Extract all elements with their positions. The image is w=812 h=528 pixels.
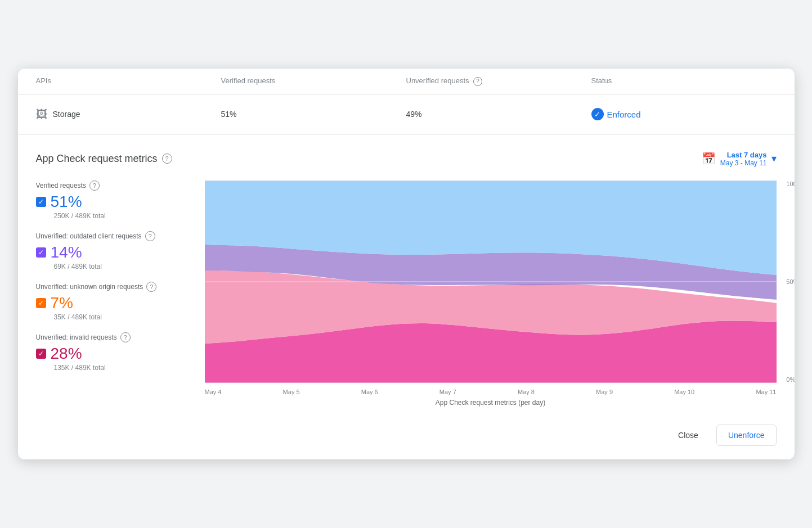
verified-checkbox[interactable]: ✓ [36,197,46,207]
unverified-pct: 49% [406,101,591,128]
legend: Verified requests ? ✓ 51% 250K / 489K to… [36,180,205,416]
x-label-may10: May 10 [674,389,694,395]
enforced-label: Enforced [607,110,641,119]
invalid-value: 28% [51,345,82,363]
legend-label-outdated: Unverified: outdated client requests [36,232,142,240]
enforced-check-icon: ✓ [591,108,604,120]
api-cell: 🖼 Storage [36,99,221,130]
verified-legend-help-icon[interactable]: ? [89,180,100,191]
metrics-title: App Check request metrics ? [36,153,172,165]
unverified-help-icon[interactable]: ? [473,77,482,86]
api-name: Storage [53,110,80,119]
verified-pct: 51% [221,101,406,128]
storage-icon: 🖼 [36,108,47,121]
legend-item-invalid: Unverified: invalid requests ? ✓ 28% 135… [36,332,191,372]
y-label-100: 100% [786,180,794,187]
col-verified: Verified requests [221,69,406,94]
outdated-sub: 69K / 489K total [54,263,191,270]
modal-footer: Close Unenforce [18,416,795,459]
legend-label-verified: Verified requests [36,182,86,189]
x-label-may7: May 7 [439,389,456,395]
chart-x-title: App Check request metrics (per day) [205,395,777,416]
metrics-section: App Check request metrics ? 📅 Last 7 day… [18,135,795,416]
chart-svg [205,180,777,383]
x-axis-labels: May 4 May 5 May 6 May 7 May 8 May 9 May … [205,385,777,395]
unenforce-button[interactable]: Unenforce [716,425,777,446]
legend-item-outdated: Unverified: outdated client requests ? ✓… [36,231,191,270]
modal: APIs Verified requests Unverified reques… [18,69,795,459]
unknown-checkbox[interactable]: ✓ [36,298,46,308]
verified-sub: 250K / 489K total [54,212,191,220]
col-apis: APIs [36,69,221,94]
col-status: Status [591,69,777,94]
outdated-checkbox[interactable]: ✓ [36,247,46,258]
legend-item-unknown: Unverified: unknown origin requests ? ✓ … [36,282,191,321]
y-label-0: 0% [786,376,794,383]
legend-item-verified: Verified requests ? ✓ 51% 250K / 489K to… [36,180,191,220]
chevron-down-icon: ▾ [771,152,777,165]
invalid-sub: 135K / 489K total [54,364,191,372]
close-button[interactable]: Close [667,425,710,445]
date-range-selector[interactable]: 📅 Last 7 days May 3 - May 11 ▾ [702,151,777,167]
legend-label-unknown: Unverified: unknown origin requests [36,283,143,291]
status-cell: ✓ Enforced [591,99,777,129]
invalid-checkbox[interactable]: ✓ [36,349,46,359]
outdated-legend-help-icon[interactable]: ? [145,231,155,241]
chart-container: 100% 50% 0% May 4 May 5 May 6 May 7 May … [205,180,777,416]
invalid-legend-help-icon[interactable]: ? [120,332,131,342]
enforced-badge: ✓ Enforced [591,108,777,120]
date-range-label: Last 7 days [720,151,767,159]
verified-value: 51% [51,193,82,211]
y-label-50: 50% [786,278,794,285]
metrics-content: Verified requests ? ✓ 51% 250K / 489K to… [36,180,777,416]
x-label-may11: May 11 [756,389,776,395]
x-label-may5: May 5 [283,389,300,395]
calendar-icon: 📅 [702,152,716,165]
metrics-header: App Check request metrics ? 📅 Last 7 day… [36,151,777,167]
col-unverified: Unverified requests ? [406,69,591,94]
unknown-sub: 35K / 489K total [54,313,191,321]
legend-label-invalid: Unverified: invalid requests [36,333,117,341]
unknown-legend-help-icon[interactable]: ? [146,282,156,292]
x-label-may9: May 9 [596,389,613,395]
table-row: 🖼 Storage 51% 49% ✓ Enforced [18,94,795,135]
x-label-may8: May 8 [518,389,535,395]
outdated-value: 14% [51,243,82,261]
metrics-help-icon[interactable]: ? [162,154,172,164]
date-range-sub: May 3 - May 11 [720,159,767,167]
x-label-may4: May 4 [205,389,222,395]
unknown-value: 7% [51,294,73,312]
x-label-may6: May 6 [361,389,378,395]
table-header: APIs Verified requests Unverified reques… [18,69,795,94]
